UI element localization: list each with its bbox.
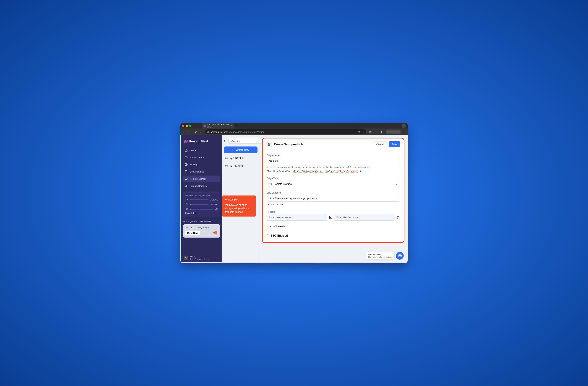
refer-block: Refer & get additional Bandwidth Get 2 G… xyxy=(183,220,220,238)
url-host: perceptpixel.com xyxy=(210,131,228,133)
header-value-input[interactable] xyxy=(334,214,395,221)
cdn-url-value: https://img.perceptpixel.com/demo-xmokjp… xyxy=(293,170,358,173)
new-tab-button[interactable]: + xyxy=(235,124,239,128)
folder-icon xyxy=(185,156,188,159)
user-name: demo xyxy=(190,255,209,258)
origin-type-label: Origin Type xyxy=(267,177,400,180)
browser-window: Percept Pixel - Realtime Ima… × + ▾ ← → … xyxy=(180,123,408,263)
brand-logo-icon xyxy=(184,139,188,143)
svg-point-10 xyxy=(224,140,226,142)
tab-close-icon[interactable]: × xyxy=(231,124,232,127)
search-input[interactable] xyxy=(229,138,262,144)
page-viewport: Percept Pixel Home Media Library Setting… xyxy=(180,135,408,263)
storage-list-panel: + Create New wp-234724e3 wp-76779748 for… xyxy=(222,135,259,262)
tab-strip: Percept Pixel - Realtime Ima… × + xyxy=(202,123,400,129)
create-new-label: Create New xyxy=(236,148,249,151)
storage-list-item[interactable]: wp-234724e3 xyxy=(224,155,257,161)
seo-enabled-label: SEO Enabled xyxy=(271,234,288,237)
url-endpoint-field: URL Endpoint URL endpoint link. xyxy=(267,191,400,206)
home-icon xyxy=(185,149,188,152)
site-settings-icon[interactable]: ⊕ xyxy=(207,131,209,133)
svg-rect-4 xyxy=(185,178,187,180)
headers-label: Headers xyxy=(267,210,400,213)
window-minimize-dot[interactable] xyxy=(186,125,188,127)
add-header-button[interactable]: + Add Header xyxy=(267,223,289,230)
sidebar-item-home[interactable]: Home xyxy=(183,147,220,154)
url-bar[interactable]: ⊕ perceptpixel.com/dashboard/remote-stor… xyxy=(205,129,366,134)
svg-rect-2 xyxy=(187,140,187,140)
menu-icon[interactable]: ⋮ xyxy=(403,130,406,134)
server-icon xyxy=(266,141,272,147)
usage-value: 0.0/10 GB xyxy=(210,199,218,201)
tabs-dropdown-button[interactable]: ▾ xyxy=(401,124,406,128)
seo-enabled-checkbox[interactable] xyxy=(267,234,269,237)
header-name-input[interactable] xyxy=(267,214,327,221)
sidebar-item-remote-storage[interactable]: Remote Storage xyxy=(183,176,220,182)
sidebar-item-label: Remote Storage xyxy=(190,178,207,180)
sidebar-item-media-library[interactable]: Media Library xyxy=(183,154,220,160)
url-endpoint-label: URL Endpoint xyxy=(267,191,400,194)
extensions-icon[interactable]: ⧉ xyxy=(368,130,372,134)
profile-chip[interactable] xyxy=(386,130,400,134)
storage-item-label: wp-234724e3 xyxy=(230,157,244,159)
window-close-dot[interactable] xyxy=(182,125,184,127)
svg-rect-26 xyxy=(269,184,271,185)
chevron-down-icon: ⌄ xyxy=(395,182,398,185)
home-icon[interactable]: ⌂ xyxy=(199,131,203,134)
back-icon[interactable]: ← xyxy=(182,131,186,134)
svg-rect-25 xyxy=(269,183,271,184)
refer-card: Get 2 GB on referring a friend Refer Now xyxy=(183,224,220,238)
sidebar-item-custom-domains[interactable]: Custom Domains xyxy=(183,183,220,189)
origin-name-label: Origin Name xyxy=(267,154,400,157)
origin-type-select[interactable]: Remote Storage ⌄ xyxy=(267,181,400,187)
forward-icon[interactable]: → xyxy=(188,131,192,134)
refer-title: Refer & get additional Bandwidth xyxy=(183,220,220,223)
brand[interactable]: Percept Pixel xyxy=(183,138,220,146)
origin-name-input[interactable] xyxy=(267,158,400,164)
sidebar-item-settings[interactable]: Settings xyxy=(183,161,220,168)
svg-point-14 xyxy=(226,159,226,159)
plus-icon: + xyxy=(232,148,234,152)
svg-point-13 xyxy=(226,157,226,158)
bookmark-icon[interactable]: ☆ xyxy=(362,131,364,133)
chat-line1: We're Online! xyxy=(368,253,392,256)
server-icon xyxy=(269,182,272,185)
browser-tab[interactable]: Percept Pixel - Realtime Ima… × xyxy=(202,123,234,129)
refer-now-button[interactable]: Refer Now xyxy=(185,231,200,235)
storage-list-item[interactable]: wp-76779748 xyxy=(224,163,257,169)
reload-icon[interactable]: ⟳ xyxy=(193,130,197,134)
sidebar-item-documentation[interactable]: Documentation xyxy=(183,168,220,175)
copy-icon[interactable] xyxy=(359,170,362,173)
chat-icon[interactable] xyxy=(396,252,404,260)
sidepanel-icon[interactable]: ◧ xyxy=(380,130,384,134)
form-card: Create New: products Cancel Save Origin … xyxy=(262,138,404,243)
cancel-button[interactable]: Cancel xyxy=(373,141,387,147)
annotation-callout: for example, you have an existing storag… xyxy=(222,196,256,217)
origin-type-field: Origin Type Remote Storage ⌄ xyxy=(267,177,400,187)
create-new-button[interactable]: + Create New xyxy=(224,146,257,153)
usage-bar xyxy=(190,209,213,210)
chat-widget: We're Online! How may I help you today? xyxy=(366,252,404,260)
sidebar-item-label: Media Library xyxy=(190,156,204,159)
url-endpoint-input[interactable] xyxy=(267,195,400,202)
window-zoom-dot[interactable] xyxy=(189,125,191,127)
seo-enabled-field: SEO Enabled xyxy=(267,234,400,237)
trash-icon[interactable] xyxy=(397,216,400,219)
callout-line2: you have an existing storage setup with … xyxy=(225,203,253,214)
cloud-upload-icon xyxy=(185,198,189,201)
tab-title: Percept Pixel - Realtime Ima… xyxy=(207,123,230,128)
logout-icon[interactable] xyxy=(217,256,220,259)
svg-point-21 xyxy=(268,144,269,144)
save-button[interactable]: Save xyxy=(389,141,400,147)
usage-value: 0/10 xyxy=(215,208,218,210)
chat-popover[interactable]: We're Online! How may I help you today? xyxy=(366,252,394,259)
user-row[interactable]: demo demo@perceptpixel.c xyxy=(183,254,220,260)
svg-point-3 xyxy=(186,164,187,165)
form-body: Origin Name You can choose any name to i… xyxy=(263,150,404,242)
user-email: demo@perceptpixel.c xyxy=(190,258,209,260)
globe-icon xyxy=(185,184,188,187)
url-badge-icon[interactable]: ▦ xyxy=(358,131,360,133)
browser-toolbar: ← → ⟳ ⌂ ⊕ perceptpixel.com/dashboard/rem… xyxy=(180,129,408,135)
usage-value: 0.0/50 GB xyxy=(210,204,218,205)
upgrade-plan-link[interactable]: Upgrade Plan xyxy=(185,212,218,214)
